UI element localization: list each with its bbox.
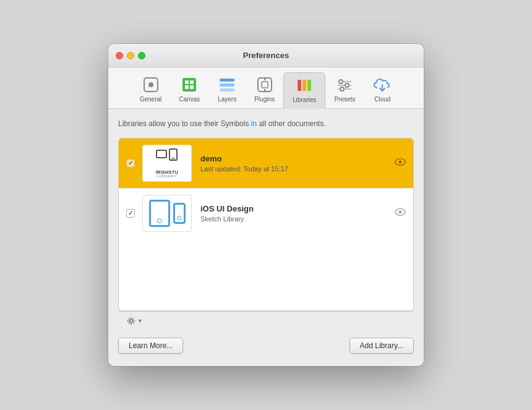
library-checkbox-ios[interactable] [126,209,135,218]
cloud-icon [374,76,391,93]
svg-rect-26 [157,150,166,158]
library-item-ios[interactable]: iOS UI Design Sketch Library [119,189,413,238]
svg-rect-2 [182,78,196,92]
library-name-ios: iOS UI Design [200,204,395,213]
tab-plugins[interactable]: Plugins [246,72,283,108]
minimize-button[interactable] [127,52,134,59]
tab-layers[interactable]: Layers [208,72,246,108]
library-info-demo: demo Last updated: Today at 15:17 [200,154,395,173]
svg-rect-15 [302,80,306,91]
content-area: Libraries allow you to use their Symbols… [108,109,424,366]
libraries-icon [296,77,313,94]
learn-more-button[interactable]: Learn More... [118,338,183,354]
svg-point-32 [399,210,402,213]
tab-general-label: General [140,96,162,103]
svg-point-23 [340,87,344,91]
tab-plugins-label: Plugins [254,96,275,103]
tab-layers-label: Layers [218,96,236,103]
libraries-list: IRISHSTU LIBRARY demo Last updated: Toda… [118,138,414,311]
layers-icon [218,76,236,93]
chevron-down-icon: ▼ [137,318,143,324]
tab-canvas[interactable]: Canvas [170,72,208,108]
description-start: Libraries allow you to use their Symbols [118,119,251,128]
preferences-window: Preferences General [108,44,424,366]
toolbar: General Canvas [108,67,424,109]
svg-point-33 [130,319,133,322]
titlebar: Preferences [108,44,424,67]
tab-libraries[interactable]: Libraries [283,72,325,109]
library-subtitle-ios: Sketch Library [200,215,395,223]
library-thumbnail-demo: IRISHSTU LIBRARY [142,145,192,182]
list-toolbar: ▼ [118,311,414,330]
library-name-demo: demo [200,154,395,163]
svg-point-20 [345,83,349,87]
library-eye-demo[interactable] [395,158,406,169]
svg-rect-3 [185,80,189,84]
svg-rect-11 [262,82,268,88]
add-library-button[interactable]: Add Library... [350,338,414,354]
plugins-icon [256,76,273,93]
description-end: all other documents. [257,119,325,128]
tab-presets-label: Presets [334,96,355,103]
svg-rect-8 [220,83,234,87]
tab-cloud[interactable]: Cloud [364,72,401,108]
maximize-button[interactable] [138,52,145,59]
general-icon [142,76,160,93]
tab-presets[interactable]: Presets [325,72,364,108]
svg-rect-16 [307,80,311,91]
svg-rect-14 [298,80,301,91]
svg-point-30 [399,160,402,163]
svg-rect-7 [220,79,234,82]
svg-rect-27 [169,149,177,160]
presets-icon [336,76,353,93]
svg-rect-9 [220,88,234,92]
tab-general[interactable]: General [131,72,171,108]
library-item-demo[interactable]: IRISHSTU LIBRARY demo Last updated: Toda… [119,139,413,189]
library-checkbox-demo[interactable] [126,159,135,168]
tab-cloud-label: Cloud [374,96,390,103]
bottom-buttons: Learn More... Add Library... [118,330,414,356]
thumbnail-subtext-demo: LIBRARY [157,174,178,178]
canvas-icon [181,76,198,93]
window-title: Preferences [243,51,289,60]
svg-rect-5 [185,85,189,89]
close-button[interactable] [116,52,123,59]
library-subtitle-demo: Last updated: Today at 15:17 [200,165,395,173]
ios-phone-icon [173,203,186,224]
ios-tablet-icon [149,200,170,227]
thumbnail-text-demo: IRISHSTU [156,170,179,174]
svg-point-1 [148,82,153,87]
library-thumbnail-ios [142,195,192,232]
svg-rect-4 [190,80,194,84]
description-text: Libraries allow you to use their Symbols… [118,119,414,129]
tab-libraries-label: Libraries [293,96,316,103]
svg-rect-6 [190,85,194,89]
library-eye-ios[interactable] [395,208,406,219]
traffic-lights [116,52,145,59]
svg-point-17 [339,80,343,83]
tab-canvas-label: Canvas [179,96,200,103]
description-highlight: in [251,119,257,128]
gear-button[interactable]: ▼ [124,315,145,327]
library-info-ios: iOS UI Design Sketch Library [200,204,395,223]
